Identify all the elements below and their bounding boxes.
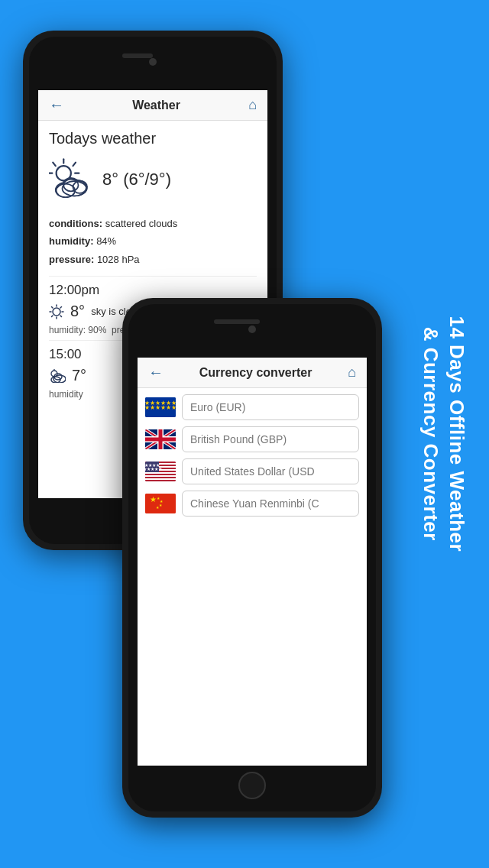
temperature-display: 8° (6°/9°) (102, 170, 171, 189)
svg-line-26 (52, 316, 53, 317)
flag-cn: ★ ★ ★ ★ ★ (145, 494, 176, 513)
front-camera (248, 326, 256, 333)
svg-rect-49 (145, 475, 176, 477)
today-weather-title: Todays weather (49, 130, 257, 147)
svg-text:★★★★: ★★★★ (145, 463, 160, 468)
side-text-container: 14 Days Offline Weather & Currency Conve… (405, 0, 481, 868)
currency-row-gbp (145, 426, 359, 452)
svg-rect-48 (145, 472, 176, 474)
weather-details: conditions: scattered clouds humidity: 8… (49, 215, 257, 268)
svg-text:★★★★★★: ★★★★★★ (145, 400, 176, 406)
flag-eu: ★★★★★★ ★★★★★★ (145, 397, 176, 417)
flag-us: ★★★★★ ★★★★ (145, 462, 176, 481)
forecast-noon-time: 12:00pm (49, 283, 257, 298)
svg-rect-50 (145, 478, 176, 480)
humidity-value: 84% (96, 235, 116, 247)
small-cloud-icon (49, 369, 66, 383)
currency-screen: ← Currency converter ⌂ ★★★★★★ ★★★★★★ (138, 358, 367, 766)
eur-input[interactable] (182, 394, 359, 420)
flag-uk (145, 429, 176, 449)
weather-home-button[interactable]: ⌂ (248, 97, 257, 113)
svg-line-1 (73, 163, 76, 166)
svg-text:★: ★ (150, 495, 157, 504)
back-camera (149, 58, 157, 66)
svg-line-2 (53, 163, 56, 166)
conditions-value: scattered clouds (105, 218, 178, 229)
forecast-afternoon-temp: 7° (72, 367, 86, 384)
conditions-label: conditions: (49, 218, 102, 229)
weather-icon-row: 8° (6°/9°) (49, 157, 257, 202)
back-speaker (122, 53, 153, 58)
usd-input[interactable] (182, 458, 359, 484)
currency-row-usd: ★★★★★ ★★★★ (145, 458, 359, 484)
currency-list: ★★★★★★ ★★★★★★ (138, 388, 367, 523)
cny-input[interactable] (182, 491, 359, 517)
sun-cloud-icon (49, 157, 102, 202)
forecast-noon-temp: 8° (70, 303, 85, 320)
gbp-input[interactable] (182, 426, 359, 452)
svg-line-23 (52, 306, 53, 308)
small-sun-icon (49, 304, 64, 319)
front-home-button[interactable] (238, 772, 266, 799)
svg-rect-43 (145, 438, 176, 442)
weather-nav-bar: ← Weather ⌂ (38, 90, 267, 121)
currency-row-eur: ★★★★★★ ★★★★★★ (145, 394, 359, 420)
svg-line-25 (60, 306, 62, 308)
currency-back-button[interactable]: ← (148, 364, 164, 381)
weather-back-button[interactable]: ← (49, 96, 64, 114)
svg-point-18 (53, 308, 60, 316)
phone-front: ← Currency converter ⌂ ★★★★★★ ★★★★★★ (122, 298, 382, 818)
front-speaker (214, 319, 260, 324)
pressure-label: pressure: (49, 254, 94, 265)
currency-nav-bar: ← Currency converter ⌂ (138, 358, 367, 388)
svg-line-24 (60, 316, 62, 317)
pressure-value: 1028 hPa (97, 254, 140, 265)
currency-row-cny: ★ ★ ★ ★ ★ (145, 491, 359, 517)
currency-home-button[interactable]: ⌂ (348, 364, 356, 381)
weather-nav-title: Weather (64, 99, 248, 112)
humidity-label: humidity: (49, 235, 94, 247)
currency-nav-title: Currency converter (164, 366, 348, 380)
side-text: 14 Days Offline Weather & Currency Conve… (417, 316, 469, 552)
